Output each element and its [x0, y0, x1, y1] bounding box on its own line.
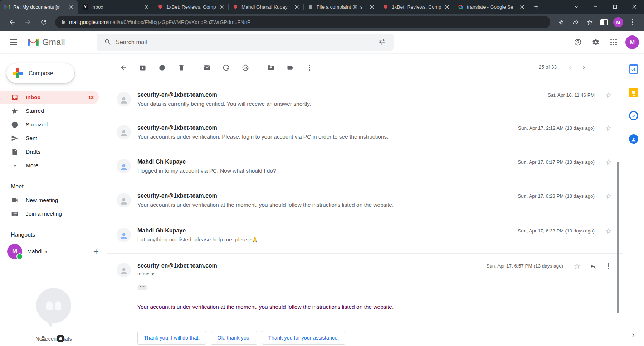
- smart-reply-chip[interactable]: Thank you, I will do that.: [137, 331, 206, 345]
- minimize-button[interactable]: [586, 0, 605, 14]
- extension-icon[interactable]: [555, 16, 567, 28]
- close-window-button[interactable]: [625, 0, 644, 14]
- message-row[interactable]: security-en@1xbet-team.com Your account …: [107, 114, 623, 148]
- browser-menu-icon[interactable]: [627, 16, 638, 28]
- hide-side-panel-icon[interactable]: ›: [632, 330, 635, 340]
- tab-close-icon[interactable]: [369, 4, 375, 10]
- reply-icon[interactable]: [587, 260, 599, 272]
- tab-file-complaint[interactable]: File a complaint 😠, s: [303, 0, 379, 14]
- google-apps-icon[interactable]: [606, 34, 621, 50]
- tab-close-icon[interactable]: [68, 4, 74, 10]
- gmail-logo[interactable]: Gmail: [27, 37, 65, 47]
- settings-gear-icon[interactable]: [588, 34, 604, 50]
- tab-translate[interactable]: translate - Google Se: [454, 0, 529, 14]
- report-spam-icon[interactable]: [155, 60, 170, 75]
- tab-close-icon[interactable]: [293, 4, 300, 10]
- hangouts-user-name: Mahdi: [27, 248, 42, 255]
- search-icon[interactable]: [100, 34, 116, 50]
- star-toggle-icon[interactable]: [602, 156, 615, 168]
- newer-conversation-icon[interactable]: [563, 60, 577, 74]
- share-icon[interactable]: [570, 16, 581, 28]
- tab-search-icon[interactable]: [567, 0, 586, 14]
- tab-close-icon[interactable]: [444, 4, 450, 10]
- tasks-icon[interactable]: [627, 109, 640, 122]
- lock-icon: [61, 19, 69, 25]
- bookmark-star-icon[interactable]: [584, 16, 595, 28]
- browser-profile-avatar[interactable]: M: [613, 17, 623, 27]
- tab-close-icon[interactable]: [218, 4, 225, 10]
- side-panel-icon[interactable]: [598, 16, 610, 28]
- new-tab-button[interactable]: +: [531, 2, 541, 12]
- url-bar[interactable]: mail.google.com/mail/u/0/#inbox/FMfcgzGp…: [55, 16, 550, 28]
- message-row[interactable]: security-en@1xbet-team.com Your data is …: [107, 87, 623, 114]
- star-toggle-icon[interactable]: [602, 225, 615, 237]
- hangouts-caret-icon[interactable]: ▾: [45, 249, 47, 254]
- main-menu-icon[interactable]: [5, 34, 22, 51]
- star-toggle-icon[interactable]: [602, 122, 615, 134]
- star-toggle-icon[interactable]: [602, 89, 615, 101]
- snooze-icon[interactable]: [219, 60, 234, 75]
- refresh-button[interactable]: [38, 16, 50, 28]
- message-row[interactable]: security-en@1xbet-team.com Your account …: [107, 182, 623, 216]
- message-list: security-en@1xbet-team.com Your data is …: [107, 87, 623, 345]
- older-conversation-icon[interactable]: [577, 60, 590, 74]
- search-options-icon[interactable]: [374, 34, 390, 50]
- tab-strip: Re: My documents [# Y Inbox 1xBet: Revie…: [0, 0, 644, 14]
- sender-avatar: [117, 193, 131, 207]
- star-toggle-icon[interactable]: [602, 190, 615, 202]
- contacts-icon[interactable]: [627, 133, 640, 145]
- contacts-person-icon[interactable]: [39, 335, 47, 344]
- forward-button[interactable]: [22, 16, 34, 28]
- smart-reply-chip[interactable]: Thank you for your assistance.: [262, 331, 345, 345]
- tab-1xbet-reviews-2[interactable]: 1xBet: Reviews, Comp: [379, 0, 454, 14]
- archive-icon[interactable]: [135, 60, 150, 75]
- sidebar-item-inbox[interactable]: Inbox 12: [0, 91, 99, 104]
- hangouts-toggle-icon[interactable]: [57, 335, 64, 342]
- sidebar-item-starred[interactable]: Starred: [0, 104, 99, 118]
- keep-icon[interactable]: [627, 86, 640, 99]
- account-avatar[interactable]: M: [625, 35, 639, 49]
- message-row[interactable]: Mahdi Gh Kupaye I logged in to my accoun…: [107, 148, 623, 182]
- smart-reply-bar: Thank you, I will do that. Ok, thank you…: [137, 331, 615, 345]
- tab-gmail[interactable]: Re: My documents [#: [0, 0, 78, 14]
- tab-close-icon[interactable]: [143, 4, 150, 10]
- calendar-icon[interactable]: 31: [627, 63, 640, 76]
- back-button[interactable]: [6, 16, 18, 28]
- search-input[interactable]: [116, 39, 374, 45]
- gmail-header: Gmail M: [0, 31, 644, 54]
- header-actions: M: [569, 34, 639, 50]
- message-more-icon[interactable]: [602, 260, 615, 272]
- recipient-line[interactable]: to me ▾: [137, 271, 217, 277]
- add-to-tasks-icon[interactable]: [238, 60, 253, 75]
- back-to-inbox-icon[interactable]: [116, 60, 131, 75]
- sidebar-item-join-meeting[interactable]: Join a meeting: [0, 207, 99, 221]
- tab-mahdi-gharati[interactable]: Mahdi Gharati Kupay: [228, 0, 303, 14]
- delete-icon[interactable]: [174, 60, 189, 75]
- message-row[interactable]: Mahdi Gh Kupaye but anything not listed.…: [107, 216, 623, 253]
- label-icon[interactable]: [283, 60, 298, 75]
- more-options-icon[interactable]: [302, 60, 317, 75]
- help-icon[interactable]: [570, 34, 586, 50]
- new-chat-plus-button[interactable]: +: [91, 246, 102, 257]
- hangouts-avatar[interactable]: M: [7, 244, 22, 259]
- chat-footer: [0, 335, 107, 346]
- mark-unread-icon[interactable]: [199, 60, 214, 75]
- sidebar-item-sent[interactable]: Sent: [0, 131, 99, 145]
- sidebar-item-new-meeting[interactable]: New meeting: [0, 193, 99, 207]
- scrollbar-thumb[interactable]: [617, 162, 619, 313]
- maximize-button[interactable]: [605, 0, 625, 14]
- star-toggle-icon[interactable]: [571, 260, 583, 272]
- show-trimmed-content-button[interactable]: •••: [137, 285, 147, 290]
- sidebar-item-snoozed[interactable]: Snoozed: [0, 118, 99, 131]
- recipient-caret-icon[interactable]: ▾: [152, 271, 154, 277]
- tab-inbox[interactable]: Y Inbox: [78, 0, 153, 14]
- sidebar-item-drafts[interactable]: Drafts: [0, 145, 99, 159]
- smart-reply-chip[interactable]: Ok, thank you.: [211, 331, 257, 345]
- compose-button[interactable]: Compose: [6, 63, 74, 83]
- move-to-folder-icon[interactable]: [263, 60, 278, 75]
- sidebar-item-more[interactable]: More: [0, 159, 99, 172]
- hangouts-user-row[interactable]: M Mahdi ▾ +: [0, 242, 107, 261]
- inbox-count: 12: [88, 95, 94, 100]
- tab-1xbet-reviews[interactable]: 1xBet: Reviews, Comp: [153, 0, 228, 14]
- tab-close-icon[interactable]: [519, 4, 525, 10]
